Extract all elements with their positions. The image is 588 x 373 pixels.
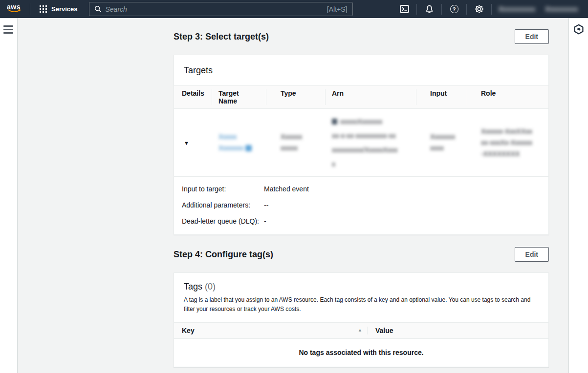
target-input-text: Xxxxxxx [430,131,460,143]
notifications-button[interactable] [419,0,439,18]
tags-empty-message: No tags associated with this resource. [174,339,548,367]
nav-utilities: ? Xxxxxxxxx Xxxxxxxx [394,0,588,18]
help-glyph: ? [453,6,456,12]
services-menu-button[interactable]: Services [38,0,80,18]
services-label: Services [51,5,78,13]
detail-label: Additional parameters: [182,201,264,209]
targets-table-header: Details Target Name Type Arn Input Role [174,85,548,109]
target-input-cell: Xxxxxxx xxxx [416,126,467,159]
target-name-link-text: Xxxxxxx [218,144,243,152]
detail-row-additional-parameters: Additional parameters: -- [174,197,548,213]
services-grid-icon [40,5,47,13]
settings-gear-icon [475,4,484,14]
target-row: ▼ Xxxxx Xxxxxxx Xxxxxx xxxxx xxxxxXxxxxx… [174,109,548,176]
target-role-text: -XXXXXXXX [481,148,542,160]
nav-divider [441,4,442,15]
targets-card-header: Targets [174,55,548,85]
tags-table-header: Key ▲ Value [174,322,548,339]
target-input-text: xxxx [430,143,460,154]
tags-description: A tag is a label that you assign to an A… [184,295,539,314]
tags-count: (0) [205,282,216,291]
column-header-type: Type [266,86,325,108]
page-shell: Step 3: Select target(s) Edit Targets De… [0,18,588,373]
amazon-q-hexagon-icon [573,24,584,35]
aws-smile-icon [7,9,22,15]
column-header-input: Input [416,86,467,108]
hamburger-menu-button[interactable] [3,25,13,34]
detail-value: Matched event [264,185,309,193]
step4-header: Step 4: Configure tag(s) Edit [174,247,549,262]
targets-title: Targets [184,65,213,75]
settings-button[interactable] [469,0,489,18]
step3-title: Step 3: Select target(s) [174,32,269,42]
tags-title: Tags (0) [184,282,216,291]
arn-line: xxxxxXxxxxxx [332,115,409,129]
detail-row-dlq: Dead-letter queue (DLQ): - [174,213,548,229]
target-arn-cell: xxxxxXxxxxxx xx-x-xx-xxxxxxxxx-xx xxxxxx… [325,109,416,176]
top-navigation-bar: aws Services [Alt+S] [0,0,588,18]
cloudshell-button[interactable] [394,0,414,18]
tags-card-header: Tags (0) A tag is a label that you assig… [174,273,548,322]
targets-card: Targets Details Target Name Type Arn Inp… [174,55,549,235]
target-expanded-details: Input to target: Matched event Additiona… [174,176,548,234]
target-name-link[interactable]: Xxxxx [218,131,259,143]
search-shortcut-hint: [Alt+S] [327,5,348,13]
left-sidebar-rail [0,18,18,373]
detail-row-input-to-target: Input to target: Matched event [174,181,548,197]
aws-logo[interactable]: aws [7,3,22,15]
sort-ascending-icon: ▲ [358,328,362,332]
detail-label: Dead-letter queue (DLQ): [182,217,264,225]
step3-edit-button[interactable]: Edit [515,29,549,44]
step3-header: Step 3: Select target(s) Edit [174,29,549,44]
cloudshell-icon [400,5,409,13]
target-name-cell: Xxxxx Xxxxxxx [212,126,266,159]
target-role-text: Xxxxxx-XxxXXxx [481,126,542,137]
key-header-label: Key [182,327,195,334]
nav-divider [491,4,492,15]
main-content: Step 3: Select target(s) Edit Targets De… [18,18,568,373]
region-selector[interactable]: Xxxxxxxxx [494,3,541,15]
detail-value: - [264,217,266,225]
target-role-cell: Xxxxxx-XxxXXxx xx-xxxXx-Xxxxxx -XXXXXXXX [467,121,548,165]
help-icon: ? [450,5,458,13]
tags-card: Tags (0) A tag is a label that you assig… [174,272,549,367]
column-header-role: Role [467,86,548,108]
help-button[interactable]: ? [444,0,464,18]
tags-title-text: Tags [184,282,202,291]
column-header-value: Value [367,323,548,338]
step4-title: Step 4: Configure tag(s) [174,249,273,260]
arn-text: xx-x-xx-xxxxxxxxx-xx [332,129,409,143]
target-type-text: Xxxxxx [281,131,318,143]
row-expander-icon[interactable]: ▼ [182,140,189,146]
nav-divider [416,4,417,15]
target-details-cell: ▼ [174,134,212,151]
target-type-text: xxxxx [281,143,318,154]
arn-text: xxxxxXxxxxxx [340,118,382,125]
target-type-cell: Xxxxxx xxxxx [266,126,325,159]
amazon-q-button[interactable] [573,24,584,35]
target-name-link[interactable]: Xxxxxxx [218,143,259,154]
account-menu[interactable]: Xxxxxxxx [541,3,583,15]
step4-edit-button[interactable]: Edit [515,247,549,262]
notifications-bell-icon [425,5,434,14]
search-input[interactable] [106,5,323,13]
value-header-label: Value [375,327,393,334]
copy-icon[interactable] [332,119,337,124]
search-icon [94,5,102,13]
arn-text: x [332,157,409,171]
arn-text: xxxxxxxxx/XxxxxXxxx [332,143,409,157]
detail-value: -- [264,201,268,209]
column-header-key[interactable]: Key ▲ [174,323,367,338]
column-header-arn: Arn [325,86,416,108]
global-search-box[interactable]: [Alt+S] [89,2,353,16]
right-sidebar-rail [568,18,588,373]
external-link-icon [245,145,252,151]
detail-label: Input to target: [182,185,264,193]
target-role-text: xx-xxxXx-Xxxxxx [481,137,542,148]
column-header-details: Details [174,86,212,108]
nav-divider [30,3,30,15]
column-header-target-name: Target Name [212,86,266,108]
nav-divider [466,4,467,15]
